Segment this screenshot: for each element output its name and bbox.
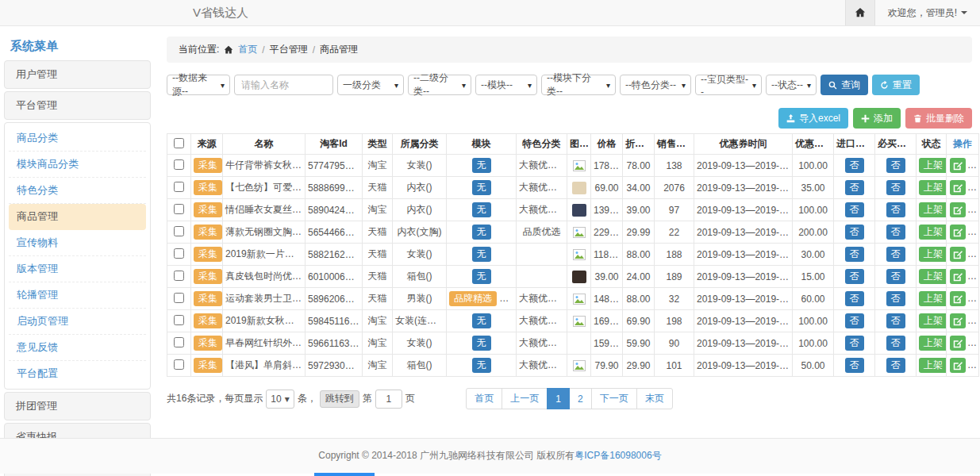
must-buy-badge[interactable]: 否 [886,202,905,217]
import-select-badge[interactable]: 否 [845,202,864,217]
broken-image-icon [573,360,586,371]
import-select-badge[interactable]: 否 [845,313,864,328]
status-badge[interactable]: 上架 [919,247,947,261]
home-button[interactable] [845,0,875,25]
module-cell: 无 [447,244,517,266]
query-button[interactable]: 查询 [821,75,868,95]
breadcrumb-home-link[interactable]: 首页 [238,43,257,56]
reset-button[interactable]: 重置 [872,75,920,95]
icon-cell [567,332,591,355]
import-select-badge[interactable]: 否 [845,225,864,239]
filter-select-item-type[interactable]: --宝贝类型--▾ [695,75,762,95]
filter-select-feature-category[interactable]: --特色分类--▾ [620,75,691,95]
page-button-末页[interactable]: 末页 [636,388,673,409]
filter-select-module[interactable]: --模块--▾ [475,75,537,95]
status-badge[interactable]: 上架 [919,158,947,172]
must-buy-badge[interactable]: 否 [886,336,905,350]
add-button[interactable]: 添加 [853,108,901,129]
filter-select-module-subcategory[interactable]: --模块下分类--▾ [541,75,616,95]
edit-button[interactable] [950,225,966,240]
import-select-badge[interactable]: 否 [845,336,864,350]
edit-button[interactable] [950,336,966,351]
row-checkbox[interactable] [174,359,184,370]
must-buy-badge[interactable]: 否 [886,313,905,328]
sidebar-item-轮播管理[interactable]: 轮播管理 [9,282,146,309]
price-cell: 69.00 [591,177,623,199]
status-badge[interactable]: 上架 [919,225,947,239]
edit-button[interactable] [950,202,966,217]
status-badge[interactable]: 上架 [919,336,947,350]
edit-button[interactable] [950,247,966,262]
import-select-badge[interactable]: 否 [845,291,864,305]
status-badge[interactable]: 上架 [919,358,947,372]
row-checkbox[interactable] [174,293,184,303]
filter-select-data-source[interactable]: --数据来源--▾ [167,75,230,95]
edit-button[interactable] [950,269,966,284]
row-checkbox[interactable] [174,248,184,259]
sidebar-item-版本管理[interactable]: 版本管理 [9,256,146,282]
status-badge[interactable]: 上架 [919,180,947,194]
sidebar-item-模块商品分类[interactable]: 模块商品分类 [9,152,146,178]
status-badge[interactable]: 上架 [919,202,947,217]
status-badge[interactable]: 上架 [919,291,947,305]
category-cell: 女装() [393,244,447,266]
import-select-badge[interactable]: 否 [845,180,864,194]
user-menu[interactable]: 欢迎您，管理员! [875,6,980,20]
status-badge[interactable]: 上架 [919,313,947,328]
select-all-checkbox[interactable] [174,138,184,148]
must-buy-badge[interactable]: 否 [886,269,905,283]
row-checkbox[interactable] [174,204,184,214]
row-checkbox[interactable] [174,315,184,325]
import-select-badge[interactable]: 否 [845,358,864,372]
sidebar-item-启动页管理[interactable]: 启动页管理 [9,309,146,335]
edit-button[interactable] [950,313,966,328]
icp-link[interactable]: 粤ICP备16098006号 [575,450,661,461]
row-checkbox[interactable] [174,271,184,281]
batch-delete-button[interactable]: 批量删除 [905,108,972,129]
import-excel-button[interactable]: 导入excel [778,108,848,129]
must-buy-badge[interactable]: 否 [886,225,905,239]
page-button-上一页[interactable]: 上一页 [502,388,548,409]
row-checkbox[interactable] [174,182,184,192]
name-search-input[interactable] [234,75,333,95]
row-checkbox[interactable] [174,159,184,170]
page-size-select[interactable]: 10 ▾ [266,390,294,409]
sidebar-item-意见反馈[interactable]: 意见反馈 [9,335,146,361]
sidebar-item-特色分类[interactable]: 特色分类 [9,178,146,204]
page-button-1[interactable]: 1 [547,388,570,409]
icon-cell [567,355,591,377]
import-select-badge[interactable]: 否 [845,247,864,261]
sales-count-cell: 32 [655,288,694,310]
import-select-badge[interactable]: 否 [845,269,864,283]
sidebar-item-用户管理[interactable]: 用户管理 [4,60,151,89]
status-badge[interactable]: 上架 [919,269,947,283]
jump-page-input[interactable] [375,390,402,409]
sidebar-item-平台管理[interactable]: 平台管理 [4,91,151,120]
import-select-badge[interactable]: 否 [845,158,864,172]
must-buy-badge[interactable]: 否 [886,247,905,261]
filter-select-category2[interactable]: --二级分类--▾ [408,75,471,95]
page-button-首页[interactable]: 首页 [466,388,502,409]
edit-button[interactable] [950,358,966,373]
must-buy-badge[interactable]: 否 [886,180,905,194]
sidebar-item-平台配置[interactable]: 平台配置 [9,361,146,386]
filter-select-category1[interactable]: 一级分类▾ [337,75,404,95]
sidebar-item-宣传物料[interactable]: 宣传物料 [9,230,146,256]
sidebar-item-商品管理[interactable]: 商品管理 [9,204,146,230]
sidebar-item-拼团管理[interactable]: 拼团管理 [4,392,151,420]
must-buy-badge[interactable]: 否 [886,358,905,372]
edit-button[interactable] [950,291,966,306]
must-buy-badge[interactable]: 否 [886,291,905,305]
sidebar-item-商品分类[interactable]: 商品分类 [9,125,146,152]
jump-to-button[interactable]: 跳转到 [320,390,359,408]
row-checkbox[interactable] [174,337,184,347]
page-button-下一页[interactable]: 下一页 [591,388,637,409]
must-buy-badge[interactable]: 否 [886,158,905,172]
edit-button[interactable] [950,158,966,173]
row-checkbox[interactable] [174,226,184,236]
edit-button[interactable] [950,180,966,195]
sales-count-cell: 138 [655,155,694,177]
discount-price-cell: 34.00 [623,177,655,199]
filter-select-status[interactable]: --状态--▾ [766,75,817,95]
page-button-2[interactable]: 2 [569,388,592,409]
